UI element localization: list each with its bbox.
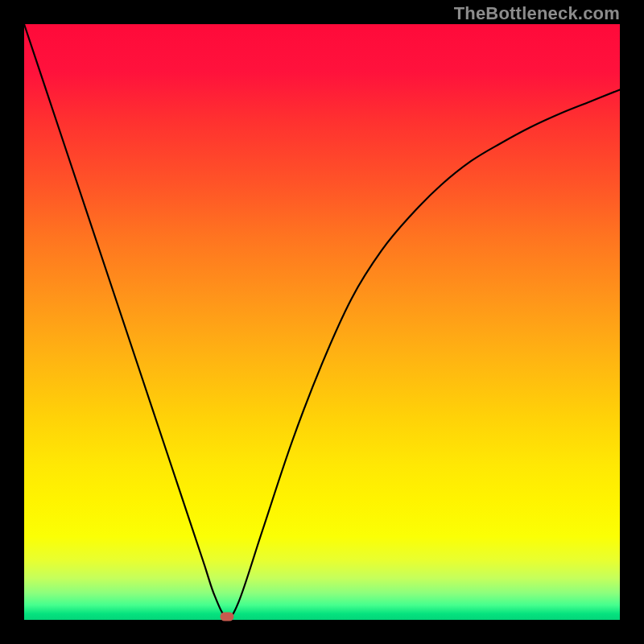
plot-area [24, 24, 620, 620]
curve-svg [24, 24, 620, 620]
optimum-marker [220, 613, 233, 621]
chart-frame: TheBottleneck.com [0, 0, 644, 644]
watermark-text: TheBottleneck.com [454, 3, 620, 24]
bottleneck-curve-path [24, 24, 620, 617]
